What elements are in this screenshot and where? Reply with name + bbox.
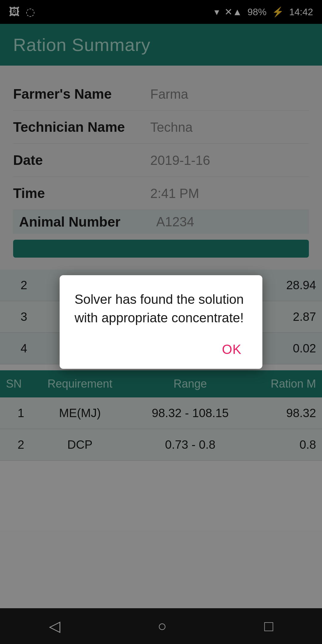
dialog-actions: OK — [75, 339, 247, 360]
dialog-overlay: Solver has found the solution with appro… — [0, 0, 322, 644]
dialog: Solver has found the solution with appro… — [60, 275, 262, 369]
dialog-message: Solver has found the solution with appro… — [75, 290, 247, 327]
dialog-ok-button[interactable]: OK — [216, 339, 247, 360]
